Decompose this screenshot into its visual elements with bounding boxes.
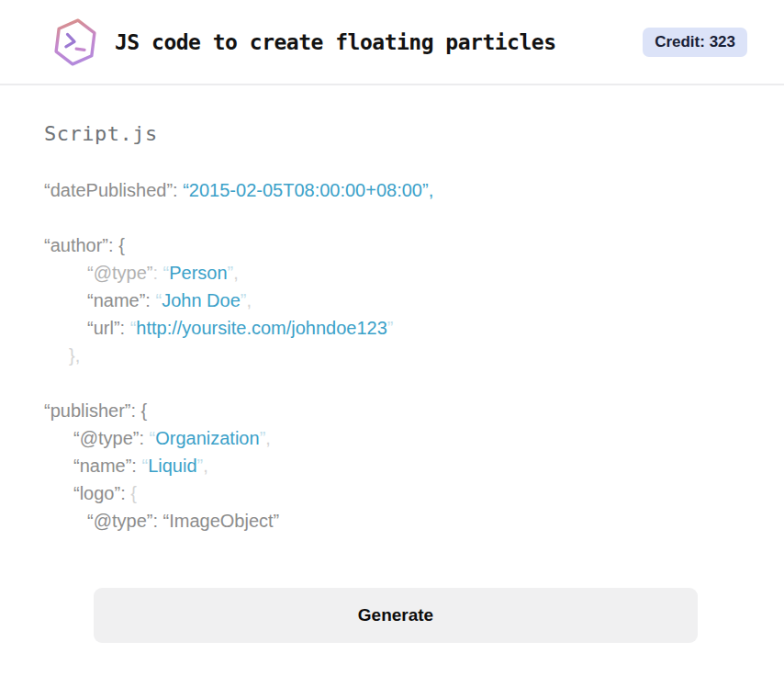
code-segment: “@type”: “ImageObject” [87,511,279,531]
page-title: JS code to create floating particles [115,30,556,54]
code-segment: { [130,483,137,503]
code-line: “datePublished”: “2015-02-05T08:00:00+08… [44,176,740,204]
code-segment: http://yoursite.com/johndoe123 [136,318,387,338]
code-line: “author”: { [44,231,740,259]
code-blank-line [44,204,740,231]
code-line: “@type”: “Person”, [44,259,740,287]
code-segment: : [152,263,162,283]
code-line: “url”: “http://yoursite.com/johndoe123” [44,314,740,342]
header: JS code to create floating particles Cre… [0,0,784,85]
code-segment: “2015-02-05T08:00:00+08:00”, [183,180,433,200]
app: { "header": { "title": "JS code to creat… [0,0,784,687]
main-content: Script.js “datePublished”: “2015-02-05T0… [0,122,784,643]
code-line: “@type”: “ImageObject” [44,507,740,535]
code-segment: ” [387,318,394,338]
code-segment: “name”: [73,456,141,476]
terminal-hexagon-icon [50,16,100,69]
code-segment: Person [169,263,227,283]
code-segment: “@type”: [73,428,150,448]
code-segment: Organization [155,428,259,448]
code-segment: “logo”: [73,483,130,503]
code-segment: }, [69,345,80,366]
code-segment: , [246,290,252,310]
code-line: “logo”: { [44,479,740,507]
code-segment: “publisher”: { [44,400,147,421]
code-segment: “@type” [87,263,152,283]
code-segment: “datePublished”: [44,180,183,200]
code-line: “name”: “Liquid”, [44,452,740,479]
code-segment: “author”: { [44,235,125,255]
code-blank-line [44,369,740,397]
code-block: “datePublished”: “2015-02-05T08:00:00+08… [44,176,740,535]
code-segment: , [265,428,271,448]
code-line: }, [44,342,740,369]
code-segment: “name”: [87,290,155,310]
code-segment: Liquid [148,456,196,476]
code-segment: “url”: [87,318,130,338]
filename-heading: Script.js [44,122,740,146]
code-line: “@type”: “Organization”, [44,424,740,452]
credit-badge: Credit: 323 [643,28,747,57]
code-segment: John Doe [162,290,241,310]
code-segment: , [203,456,208,476]
code-line: “publisher”: { [44,397,740,424]
code-line: “name”: “John Doe”, [44,287,740,314]
code-segment: , [233,263,239,283]
generate-button[interactable]: Generate [94,588,698,643]
